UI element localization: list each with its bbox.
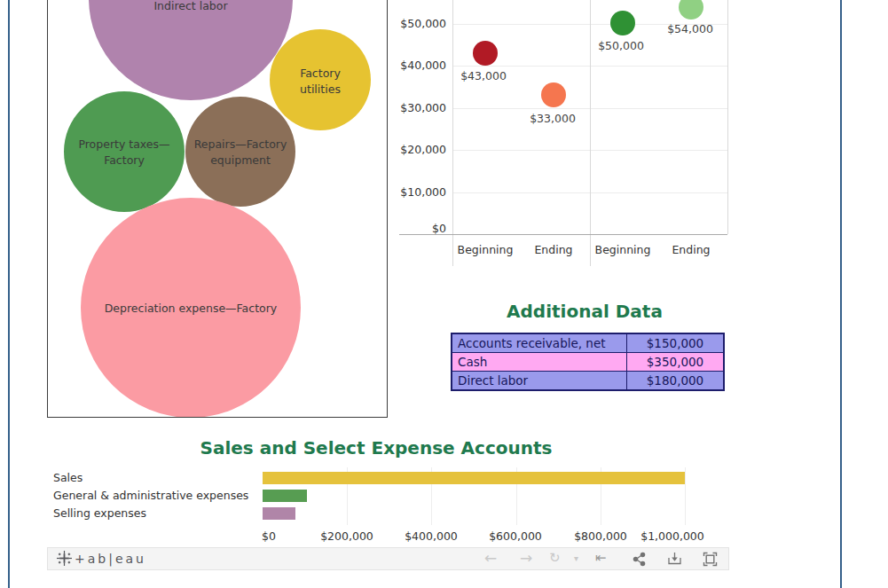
table-row[interactable]: Accounts receivable, net$150,000	[452, 333, 724, 353]
bar-x-tick-label: $800,000	[561, 529, 640, 543]
bar-category-label: Sales	[53, 472, 83, 484]
scatter-x-axis-line	[399, 234, 727, 235]
tableau-wordmark: +ab|eau	[75, 552, 146, 566]
bar-x-tick-label: $400,000	[391, 529, 471, 543]
scatter-point-value-label: $43,000	[452, 69, 515, 82]
table-account-cell: Cash	[452, 353, 627, 372]
bar-mark[interactable]	[263, 490, 307, 502]
scatter-point[interactable]	[541, 82, 566, 107]
factory-overhead-bubble-chart: Indirect laborFactory utilitiesProperty …	[48, 0, 387, 417]
bar-category-label: Selling expenses	[53, 507, 146, 520]
bar-x-tick-label: $0	[229, 529, 309, 543]
page-right-border	[840, 0, 842, 588]
scatter-x-category-label: Ending	[518, 243, 589, 256]
scatter-point[interactable]	[473, 41, 498, 66]
table-account-cell: Direct labor	[452, 372, 627, 391]
bubble-label: Repairs—Factory equipment	[186, 137, 295, 169]
table-amount-cell: $150,000	[627, 333, 725, 353]
bar-x-tick-label: $200,000	[307, 529, 387, 543]
scatter-gridline	[452, 150, 727, 151]
sales-chart-title: Sales and Select Expense Accounts	[47, 438, 705, 458]
page-left-border	[8, 0, 10, 588]
bubble-label: Indirect labor	[133, 0, 248, 14]
share-icon[interactable]	[632, 552, 647, 567]
bar-mark[interactable]	[263, 472, 685, 484]
scatter-y-tick-label: $40,000	[393, 59, 446, 73]
bubble-box-right-border	[387, 0, 388, 417]
scatter-gridline	[452, 108, 727, 109]
bubble-label: Factory utilities	[285, 66, 356, 98]
scatter-y-tick-label: $0	[393, 222, 446, 236]
scatter-gridline	[452, 66, 727, 67]
scatter-x-category-label: Beginning	[587, 243, 658, 256]
bubble-label: Depreciation expense—Factory	[84, 301, 297, 317]
scatter-y-tick-label: $50,000	[393, 17, 446, 31]
scatter-y-tick-label: $20,000	[393, 143, 446, 157]
scatter-y-tick-label: $10,000	[393, 185, 446, 200]
bar-x-tick-label: $600,000	[475, 529, 555, 543]
additional-data-title: Additional Data	[451, 302, 719, 321]
additional-data-table: Accounts receivable, net$150,000Cash$350…	[451, 333, 725, 391]
scatter-point[interactable]	[610, 11, 635, 35]
table-amount-cell: $180,000	[627, 372, 725, 391]
scatter-y-tick-label: $30,000	[393, 101, 446, 115]
fullscreen-icon[interactable]	[703, 552, 718, 567]
tableau-logo[interactable]: +ab|eau	[57, 551, 146, 566]
scatter-gridline	[452, 24, 727, 25]
bar-chart-gridline	[685, 467, 686, 525]
scatter-panel-divider	[590, 0, 591, 266]
scatter-gridline	[452, 192, 727, 193]
scatter-point-value-label: $54,000	[659, 22, 721, 35]
scatter-point-value-label: $50,000	[590, 39, 652, 52]
tableau-toolbar	[47, 547, 729, 570]
undo-icon[interactable]: ←	[484, 551, 497, 566]
scatter-x-category-label: Ending	[656, 243, 727, 256]
scatter-panel-right-border	[727, 0, 728, 234]
bar-category-label: General & administrative expenses	[53, 490, 248, 502]
replay-icon[interactable]: ↻	[549, 551, 561, 566]
scatter-panel-left-border	[452, 0, 453, 266]
table-account-cell: Accounts receivable, net	[452, 333, 627, 353]
bar-mark[interactable]	[263, 507, 295, 520]
bubble-mark[interactable]	[89, 0, 293, 100]
scatter-point-value-label: $33,000	[522, 112, 584, 125]
tableau-dashboard: { "page": { "frame_border_color": "#3560…	[0, 0, 888, 588]
bubble-box-bottom-border	[47, 417, 388, 418]
replay-dropdown-icon[interactable]: ▾	[574, 553, 578, 563]
table-amount-cell: $350,000	[627, 353, 725, 372]
tableau-sparkle-icon	[57, 551, 72, 566]
bar-x-tick-label: $1,000,000	[633, 529, 712, 543]
table-row[interactable]: Direct labor$180,000	[452, 372, 724, 391]
reset-icon[interactable]: ⇤	[595, 551, 607, 566]
scatter-x-category-label: Beginning	[450, 243, 521, 256]
scatter-point[interactable]	[679, 0, 703, 20]
table-row[interactable]: Cash$350,000	[452, 353, 724, 372]
bubble-label: Property taxes—Factory	[77, 137, 171, 169]
redo-icon[interactable]: →	[520, 551, 532, 566]
download-icon[interactable]	[667, 552, 682, 567]
